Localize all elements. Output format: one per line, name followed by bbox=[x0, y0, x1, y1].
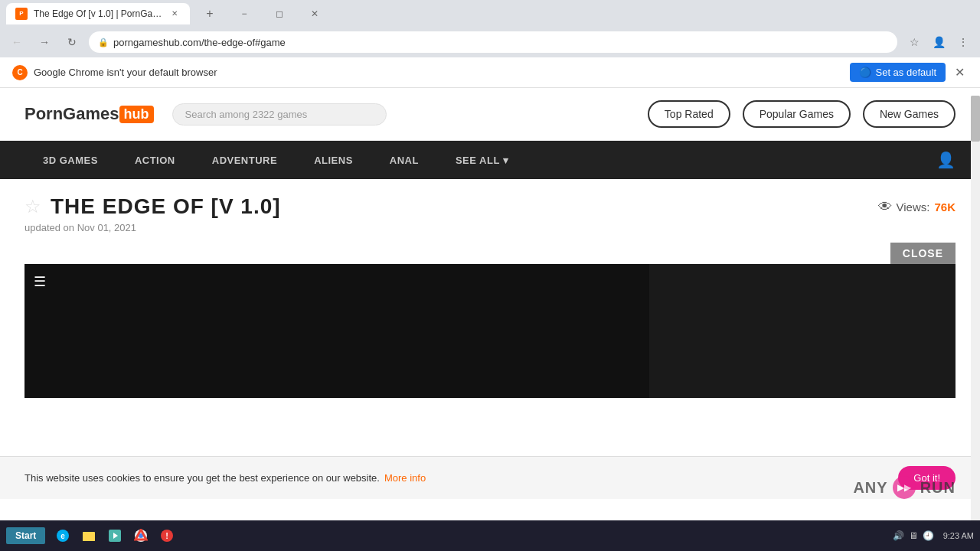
see-all-button[interactable]: SEE ALL ▾ bbox=[437, 141, 527, 179]
address-bar[interactable]: 🔒 porngameshub.com/the-edge-of#game bbox=[89, 31, 897, 53]
sound-icon[interactable]: 🔊 bbox=[893, 530, 904, 541]
address-bar-row: ← → ↻ 🔒 porngameshub.com/the-edge-of#gam… bbox=[0, 27, 980, 57]
game-content-right bbox=[649, 264, 956, 398]
tab-close-button[interactable]: ✕ bbox=[168, 8, 181, 20]
anyrun-text: ANY bbox=[853, 479, 887, 497]
clock-icon: 🕘 bbox=[923, 530, 934, 541]
main-content: ☆ THE EDGE OF [V 1.0] 👁 Views: 76K updat… bbox=[0, 179, 980, 413]
updated-date: updated on Nov 01, 2021 bbox=[24, 222, 956, 233]
reload-button[interactable]: ↻ bbox=[61, 31, 83, 53]
game-content-left: ☰ bbox=[24, 264, 649, 398]
toolbar-icons: ☆ 👤 ⋮ bbox=[903, 31, 974, 53]
back-button[interactable]: ← bbox=[6, 31, 28, 53]
game-frame: ☰ bbox=[24, 264, 956, 398]
taskbar-folder-icon[interactable] bbox=[77, 524, 100, 547]
set-default-button[interactable]: 🔵 Set as default bbox=[850, 63, 946, 82]
header-navigation: Top Rated Popular Games New Games bbox=[648, 100, 956, 128]
game-title: THE EDGE OF [V 1.0] bbox=[51, 194, 281, 219]
category-aliens[interactable]: ALIENS bbox=[296, 141, 371, 179]
dropdown-arrow-icon: ▾ bbox=[503, 155, 509, 166]
set-default-chrome-icon: 🔵 bbox=[859, 67, 871, 78]
close-game-button[interactable]: CLOSE bbox=[890, 243, 956, 264]
taskbar-time: 9:23 AM bbox=[943, 531, 974, 540]
network-icon[interactable]: 🖥 bbox=[909, 530, 918, 541]
tab-favicon: P bbox=[15, 8, 28, 20]
notification-text: Google Chrome isn't your default browser bbox=[34, 67, 844, 78]
svg-text:!: ! bbox=[166, 531, 169, 540]
minimize-button[interactable]: − bbox=[227, 2, 262, 26]
svg-rect-4 bbox=[83, 533, 95, 541]
anyrun-watermark: ANY ▶▶ RUN bbox=[853, 476, 956, 499]
cookie-text: This website uses cookies to ensure you … bbox=[24, 472, 380, 484]
taskbar-ie-icon[interactable]: e bbox=[51, 524, 74, 547]
favorite-star-icon[interactable]: ☆ bbox=[24, 196, 41, 217]
title-bar: P The Edge Of [v 1.0] | PornGamesH... ✕ … bbox=[0, 0, 980, 27]
search-placeholder: Search among 2322 games bbox=[185, 109, 308, 120]
logo-hub-badge: hub bbox=[119, 106, 154, 123]
close-bar: CLOSE bbox=[24, 243, 956, 264]
svg-text:e: e bbox=[61, 532, 66, 540]
windows-taskbar: Start e ! 🔊 🖥 🕘 9:23 AM bbox=[0, 520, 980, 551]
new-tab-button[interactable]: + bbox=[199, 3, 220, 24]
taskbar-items: e ! bbox=[51, 524, 178, 547]
active-tab[interactable]: P The Edge Of [v 1.0] | PornGamesH... ✕ bbox=[6, 3, 190, 24]
taskbar-right: 🔊 🖥 🕘 9:23 AM bbox=[893, 530, 974, 541]
website-content: PornGames hub Search among 2322 games To… bbox=[0, 88, 980, 413]
category-anal[interactable]: ANAL bbox=[371, 141, 437, 179]
game-title-row: ☆ THE EDGE OF [V 1.0] 👁 Views: 76K bbox=[24, 194, 956, 219]
url-text: porngameshub.com/the-edge-of#game bbox=[113, 37, 888, 48]
set-default-label: Set as default bbox=[876, 67, 937, 78]
views-row: 👁 Views: 76K bbox=[878, 199, 956, 215]
taskbar-chrome-icon[interactable] bbox=[129, 524, 152, 547]
category-3d-games[interactable]: 3D GAMES bbox=[24, 141, 116, 179]
search-input[interactable]: Search among 2322 games bbox=[172, 103, 387, 126]
notification-bar: C Google Chrome isn't your default brows… bbox=[0, 57, 980, 88]
taskbar-security-icon[interactable]: ! bbox=[155, 524, 178, 547]
scrollbar-track[interactable] bbox=[971, 96, 980, 520]
site-header: PornGames hub Search among 2322 games To… bbox=[0, 88, 980, 141]
hamburger-menu-icon[interactable]: ☰ bbox=[34, 273, 46, 290]
user-account-icon[interactable]: 👤 bbox=[936, 151, 956, 169]
maximize-button[interactable]: ◻ bbox=[262, 2, 297, 26]
anyrun-run-text: RUN bbox=[920, 479, 956, 497]
new-games-button[interactable]: New Games bbox=[863, 100, 956, 128]
forward-button[interactable]: → bbox=[34, 31, 55, 53]
start-button[interactable]: Start bbox=[6, 527, 45, 544]
anyrun-play-icon: ▶▶ bbox=[893, 476, 916, 499]
category-navigation: 3D GAMES ACTION ADVENTURE ALIENS ANAL SE… bbox=[0, 141, 980, 179]
cookie-notification-bar: This website uses cookies to ensure you … bbox=[0, 456, 980, 499]
category-action[interactable]: ACTION bbox=[116, 141, 194, 179]
lock-icon: 🔒 bbox=[98, 37, 109, 47]
category-adventure[interactable]: ADVENTURE bbox=[194, 141, 296, 179]
taskbar-media-icon[interactable] bbox=[103, 524, 126, 547]
more-info-link[interactable]: More info bbox=[384, 472, 426, 484]
chrome-notification-icon: C bbox=[12, 65, 28, 80]
logo-text-pornGames: PornGames bbox=[24, 104, 119, 124]
window-controls: − ◻ ✕ bbox=[227, 2, 332, 26]
eye-icon: 👁 bbox=[878, 199, 892, 215]
views-label: Views: bbox=[897, 201, 930, 214]
chrome-browser: P The Edge Of [v 1.0] | PornGamesH... ✕ … bbox=[0, 0, 980, 413]
game-title-left: ☆ THE EDGE OF [V 1.0] bbox=[24, 194, 281, 219]
system-tray-icons: 🔊 🖥 🕘 bbox=[893, 530, 934, 541]
views-count: 76K bbox=[934, 201, 956, 214]
top-rated-button[interactable]: Top Rated bbox=[648, 100, 730, 128]
bookmark-button[interactable]: ☆ bbox=[903, 31, 925, 53]
popular-games-button[interactable]: Popular Games bbox=[743, 100, 851, 128]
close-button[interactable]: ✕ bbox=[297, 2, 332, 26]
notification-close-button[interactable]: ✕ bbox=[952, 62, 968, 83]
menu-button[interactable]: ⋮ bbox=[952, 31, 974, 53]
site-logo[interactable]: PornGames hub bbox=[24, 104, 154, 124]
tab-title: The Edge Of [v 1.0] | PornGamesH... bbox=[34, 8, 162, 19]
account-button[interactable]: 👤 bbox=[928, 31, 949, 53]
scrollbar-thumb[interactable] bbox=[971, 96, 980, 142]
